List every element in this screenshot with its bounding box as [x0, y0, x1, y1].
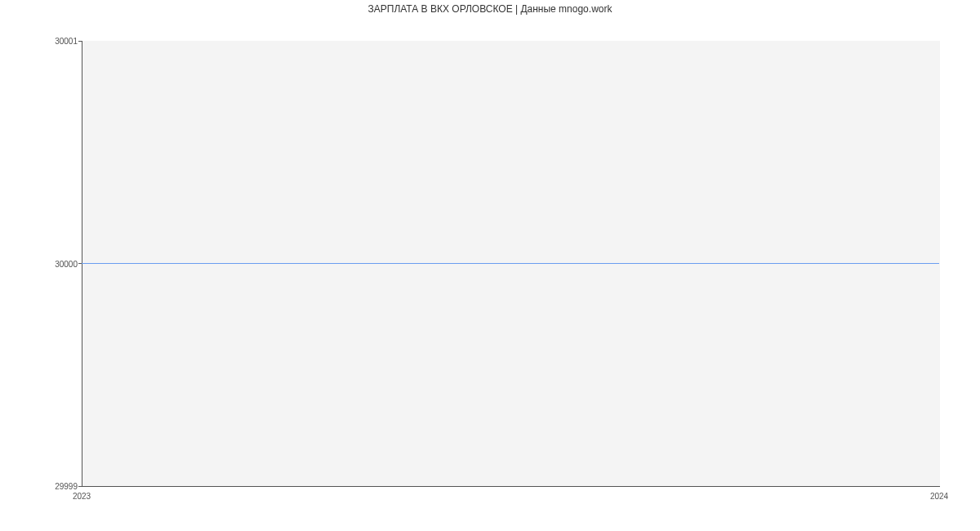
x-tick-label: 2023: [73, 492, 91, 501]
y-tick-mark: [78, 41, 82, 42]
data-series-line: [82, 263, 939, 264]
y-tick-label: 30000: [4, 259, 78, 268]
x-tick-label: 2024: [930, 492, 948, 501]
y-tick-label: 29999: [4, 482, 78, 491]
chart-title: ЗАРПЛАТА В ВКХ ОРЛОВСКОЕ | Данные mnogo.…: [0, 3, 980, 15]
chart-container: ЗАРПЛАТА В ВКХ ОРЛОВСКОЕ | Данные mnogo.…: [0, 0, 980, 531]
plot-area: [82, 41, 940, 487]
y-tick-mark: [78, 486, 82, 487]
y-tick-label: 30001: [4, 37, 78, 46]
